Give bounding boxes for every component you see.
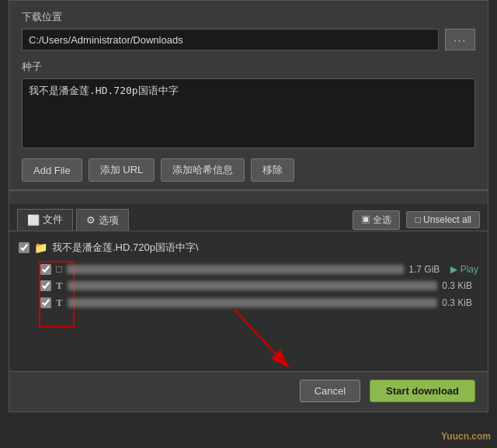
seed-label: 种子 — [22, 60, 475, 74]
add-file-button[interactable]: Add File — [22, 158, 82, 182]
tabs-left: ⬜ 文件 ⚙ 选项 — [17, 209, 129, 231]
top-section: 下载位置 ··· 种子 我不是潘金莲.HD.720p国语中字 Add File … — [9, 1, 488, 191]
root-folder-name: 我不是潘金莲.HD.720p国语中字\ — [52, 241, 199, 255]
seed-input[interactable]: 我不是潘金莲.HD.720p国语中字 — [22, 78, 475, 148]
browse-button[interactable]: ··· — [445, 29, 475, 50]
file-items: □ 1.7 GiB ▶ Play T 0.3 KiB T — [39, 261, 480, 311]
tab-options[interactable]: ⚙ 选项 — [76, 209, 129, 231]
file-size-2: 0.3 KiB — [442, 280, 478, 291]
folder-icon: 📁 — [34, 241, 47, 254]
tab-files-label: 文件 — [43, 213, 63, 227]
add-hash-button[interactable]: 添加哈希信息 — [161, 158, 245, 182]
watermark: Yuucn.com — [441, 431, 491, 442]
add-url-button[interactable]: 添加 URL — [89, 158, 155, 182]
file-icon-3: T — [56, 297, 63, 309]
gear-icon: ⚙ — [86, 214, 96, 226]
file-checkbox-3[interactable] — [40, 297, 51, 308]
file-checkbox-1[interactable] — [40, 264, 51, 275]
file-icon-1: □ — [56, 263, 62, 275]
file-tab-icon: ⬜ — [27, 214, 40, 226]
remove-button[interactable]: 移除 — [251, 158, 294, 182]
file-icon-2: T — [56, 280, 63, 292]
file-name-3 — [68, 298, 438, 307]
cancel-button[interactable]: Cancel — [300, 380, 360, 402]
file-list-area: 📁 我不是潘金莲.HD.720p国语中字\ □ 1.7 GiB ▶ Play — [9, 231, 488, 371]
path-input[interactable] — [22, 29, 439, 50]
select-all-button[interactable]: ▣ 全选 — [353, 210, 400, 230]
tab-options-label: 选项 — [99, 214, 119, 227]
file-size-1: 1.7 GiB — [408, 264, 446, 275]
main-dialog: 下载位置 ··· 种子 我不是潘金莲.HD.720p国语中字 Add File … — [9, 0, 488, 412]
file-name-1 — [67, 265, 404, 274]
unselect-all-icon: □ — [415, 214, 420, 225]
file-checkbox-2[interactable] — [40, 280, 51, 291]
play-link-1[interactable]: ▶ Play — [450, 264, 478, 275]
download-location-label: 下载位置 — [22, 10, 475, 24]
root-folder-row: 📁 我不是潘金莲.HD.720p国语中字\ — [17, 238, 480, 258]
table-row: T 0.3 KiB — [39, 294, 480, 311]
select-all-label: 全选 — [373, 214, 391, 225]
tabs-right: ▣ 全选 □ Unselect all — [353, 210, 480, 230]
start-download-button[interactable]: Start download — [370, 380, 475, 402]
footer-row: Cancel Start download — [9, 371, 488, 412]
unselect-all-button[interactable]: □ Unselect all — [406, 211, 480, 228]
tab-files[interactable]: ⬜ 文件 — [17, 209, 73, 231]
file-items-wrapper: □ 1.7 GiB ▶ Play T 0.3 KiB T — [17, 261, 480, 311]
bottom-section: ⬜ 文件 ⚙ 选项 ▣ 全选 □ Unselect all — [9, 204, 488, 371]
tabs-row: ⬜ 文件 ⚙ 选项 ▣ 全选 □ Unselect all — [9, 204, 488, 231]
select-all-icon: ▣ — [361, 214, 370, 225]
root-folder-checkbox[interactable] — [19, 242, 30, 253]
path-row: ··· — [22, 29, 475, 50]
table-row: □ 1.7 GiB ▶ Play — [39, 261, 480, 277]
file-name-2 — [68, 281, 438, 290]
unselect-all-label: Unselect all — [423, 214, 471, 225]
divider: · · · · · · · · · · · · — [9, 191, 488, 204]
table-row: T 0.3 KiB — [39, 277, 480, 294]
file-size-3: 0.3 KiB — [442, 297, 478, 308]
action-buttons: Add File 添加 URL 添加哈希信息 移除 — [22, 158, 475, 182]
